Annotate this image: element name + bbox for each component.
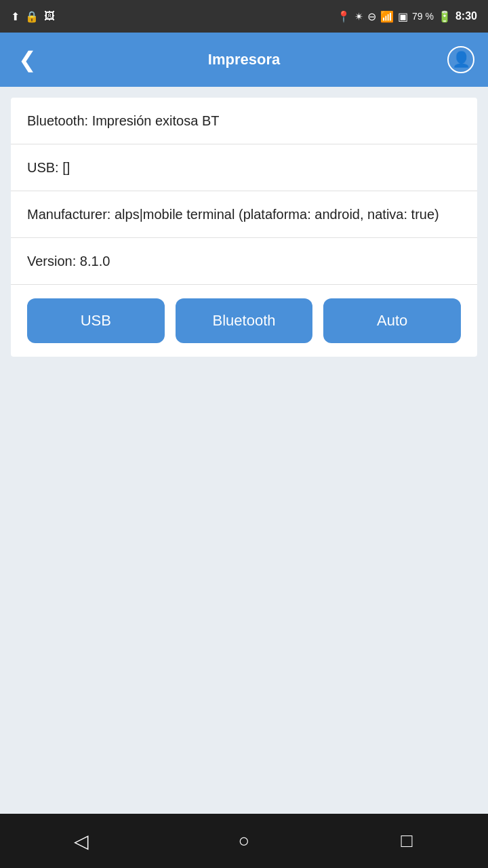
lock-icon: 🔒 <box>25 10 39 23</box>
nav-home-button[interactable]: ○ <box>224 821 264 861</box>
version-row: Version: 8.1.0 <box>11 238 477 285</box>
back-arrow-icon: ❮ <box>18 47 37 73</box>
main-content: Bluetooth: Impresión exitosa BT USB: [] … <box>0 87 488 814</box>
nav-bar: ◁ ○ □ <box>0 814 488 868</box>
nav-home-icon: ○ <box>239 830 250 852</box>
person-icon: 👤 <box>452 51 470 68</box>
app-bar: ❮ Impresora 👤 <box>0 33 488 87</box>
status-bar-left: ⬆ 🔒 🖼 <box>11 10 55 23</box>
location-icon: 📍 <box>337 10 350 23</box>
battery-percent: 79 % <box>412 11 434 22</box>
time: 8:30 <box>455 10 477 22</box>
back-button[interactable]: ❮ <box>11 43 43 76</box>
usb-status-text: USB: [] <box>27 160 70 175</box>
usb-row: USB: [] <box>11 144 477 191</box>
upload-icon: ⬆ <box>11 10 20 23</box>
status-bar-right: 📍 ✴ ⊖ 📶 ▣ 79 % 🔋 8:30 <box>337 10 477 23</box>
info-card: Bluetooth: Impresión exitosa BT USB: [] … <box>11 98 477 357</box>
usb-button[interactable]: USB <box>27 298 165 343</box>
account-button[interactable]: 👤 <box>445 43 477 76</box>
wifi-icon: 📶 <box>380 10 394 23</box>
bluetooth-button[interactable]: Bluetooth <box>176 298 313 343</box>
bluetooth-status-text: Bluetooth: Impresión exitosa BT <box>27 113 219 128</box>
battery-icon: 🔋 <box>438 10 451 23</box>
sim-icon: ▣ <box>398 10 408 23</box>
auto-button[interactable]: Auto <box>323 298 461 343</box>
account-circle-icon: 👤 <box>447 46 474 73</box>
manufacturer-text: Manufacturer: alps|mobile terminal (plat… <box>27 207 439 222</box>
nav-recent-icon: □ <box>401 830 413 852</box>
status-bar: ⬆ 🔒 🖼 📍 ✴ ⊖ 📶 ▣ 79 % 🔋 8:30 <box>0 0 488 33</box>
nav-back-button[interactable]: ◁ <box>61 821 102 861</box>
action-buttons-row: USB Bluetooth Auto <box>11 285 477 357</box>
manufacturer-row: Manufacturer: alps|mobile terminal (plat… <box>11 191 477 238</box>
nav-recent-button[interactable]: □ <box>386 821 427 861</box>
bluetooth-icon: ✴ <box>354 10 363 23</box>
image-icon: 🖼 <box>44 10 55 22</box>
page-title: Impresora <box>43 51 445 68</box>
nav-back-icon: ◁ <box>74 830 89 852</box>
minus-circle-icon: ⊖ <box>367 10 376 23</box>
bluetooth-row: Bluetooth: Impresión exitosa BT <box>11 98 477 144</box>
version-text: Version: 8.1.0 <box>27 254 110 269</box>
